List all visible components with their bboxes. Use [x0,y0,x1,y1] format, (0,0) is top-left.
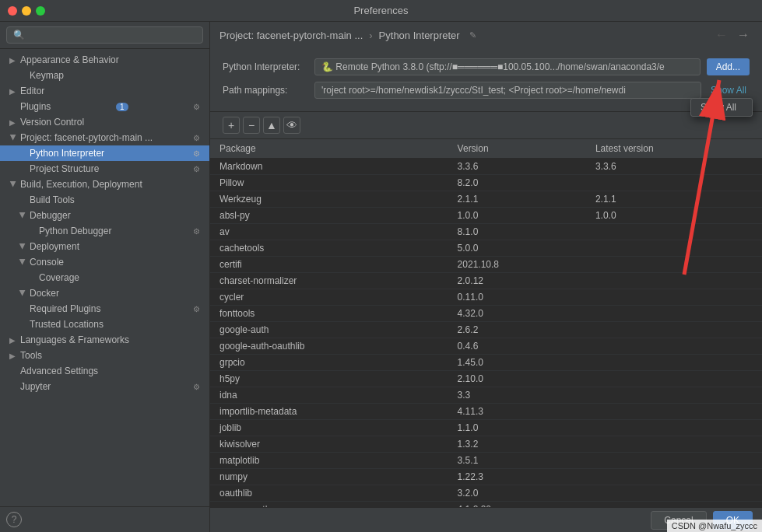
sidebar-item-jupyter[interactable]: Jupyter ⚙ [0,379,209,394]
sidebar-item-trusted-locations[interactable]: Trusted Locations [0,317,209,332]
show-all-button[interactable]: Show All [708,83,750,97]
minus-icon: − [248,119,255,131]
sidebar-item-keymap[interactable]: Keymap [0,68,209,83]
package-version: 3.3.6 [448,159,586,175]
table-row[interactable]: cachetools 5.0.0 [210,240,762,257]
package-name: grpcio [210,355,448,371]
package-name: av [210,224,448,240]
sidebar-item-label: Coverage [39,272,79,283]
sidebar-item-editor[interactable]: ▶ Editor [0,83,209,99]
sidebar-item-project-structure[interactable]: Project Structure ⚙ [0,161,209,177]
interpreter-value[interactable]: 🐍 Remote Python 3.8.0 (sftp://■══════■10… [314,58,701,75]
col-latest: Latest version [586,139,762,159]
add-interpreter-button[interactable]: Add... [707,58,750,75]
package-latest [586,224,762,240]
add-package-button[interactable]: + [223,117,240,134]
sidebar-item-python-debugger[interactable]: Python Debugger ⚙ [0,223,209,239]
sidebar-item-debugger[interactable]: ▶ Debugger [0,208,209,223]
table-row[interactable]: google-auth-oauthlib 0.4.6 [210,338,762,355]
table-row[interactable]: h5py 2.10.0 [210,371,762,387]
table-row[interactable]: Markdown 3.3.6 3.3.6 [210,159,762,175]
minimize-button[interactable] [22,6,31,16]
maximize-button[interactable] [36,6,45,16]
content-wrapper: Project: facenet-pytorch-main ... › Pyth… [210,22,762,532]
title-bar: Preferences [0,0,762,22]
table-row[interactable]: google-auth 2.6.2 [210,322,762,338]
popup-menu: Show All [690,98,753,117]
popup-show-all[interactable]: Show All [691,99,752,116]
table-row[interactable]: certifi 2021.10.8 [210,257,762,273]
help-button[interactable]: ? [6,512,22,527]
sidebar-item-languages[interactable]: ▶ Languages & Frameworks [0,332,209,348]
package-name: oauthlib [210,485,448,502]
sidebar-item-label: Build, Execution, Deployment [20,179,142,190]
table-row[interactable]: grpcio 1.45.0 [210,355,762,371]
sidebar-item-deployment[interactable]: ▶ Deployment [0,239,209,254]
table-row[interactable]: Pillow 8.2.0 [210,175,762,191]
package-name: Markdown [210,159,448,175]
package-latest [586,257,762,273]
package-latest [586,453,762,469]
remove-package-button[interactable]: − [243,117,260,134]
table-row[interactable]: idna 3.3 [210,387,762,404]
upgrade-icon: ▲ [266,119,277,131]
sidebar-item-build-execution[interactable]: ▶ Build, Execution, Deployment [0,177,209,192]
sidebar-item-project[interactable]: ▶ Project: facenet-pytorch-main ... ⚙ [0,130,209,145]
sidebar-item-tools[interactable]: ▶ Tools [0,348,209,363]
table-row[interactable]: charset-normalizer 2.0.12 [210,273,762,289]
sidebar-item-appearance[interactable]: ▶ Appearance & Behavior [0,52,209,68]
package-latest [586,240,762,257]
sidebar-item-label: Build Tools [30,194,75,205]
package-name: Werkzeug [210,191,448,208]
package-latest [586,436,762,453]
package-version: 0.4.6 [448,338,586,355]
path-mappings-value[interactable]: 'roject root>=/home/newdisk1/zyccc/StI_t… [314,82,701,99]
sidebar-item-advanced-settings[interactable]: Advanced Settings [0,363,209,379]
back-button[interactable]: ← [712,28,731,42]
forward-button[interactable]: → [734,28,753,42]
table-row[interactable]: cycler 0.11.0 [210,289,762,306]
close-button[interactable] [8,6,17,16]
breadcrumb-parent: Project: facenet-pytorch-main ... [219,30,363,41]
sidebar-item-docker[interactable]: ▶ Docker [0,285,209,301]
sidebar-item-build-tools[interactable]: Build Tools [0,192,209,208]
sidebar-item-required-plugins[interactable]: Required Plugins ⚙ [0,301,209,317]
sidebar-item-label: Docker [30,288,59,299]
chevron-icon: ▶ [9,336,17,345]
table-row[interactable]: fonttools 4.32.0 [210,306,762,322]
table-row[interactable]: importlib-metadata 4.11.3 [210,404,762,420]
settings-icon: ⚙ [193,103,200,111]
package-latest [586,420,762,436]
sidebar-item-python-interpreter[interactable]: Python Interpreter ⚙ [0,145,209,161]
upgrade-package-button[interactable]: ▲ [263,117,280,134]
show-details-button[interactable]: 👁 [283,117,300,134]
eye-icon: 👁 [286,119,297,131]
table-row[interactable]: numpy 1.22.3 [210,469,762,485]
sidebar-item-version-control[interactable]: ▶ Version Control [0,114,209,130]
table-row[interactable]: oauthlib 3.2.0 [210,485,762,502]
search-input[interactable] [6,26,203,44]
chevron-icon: ▶ [9,134,18,142]
table-row[interactable]: kiwisolver 1.3.2 [210,436,762,453]
package-latest [586,175,762,191]
packages-table[interactable]: Package Version Latest version Markdown … [210,139,762,507]
package-latest [586,485,762,502]
sidebar-item-label: Jupyter [20,381,51,392]
table-row[interactable]: Werkzeug 2.1.1 2.1.1 [210,191,762,208]
chevron-icon: ▶ [9,87,17,96]
table-row[interactable]: absl-py 1.0.0 1.0.0 [210,208,762,224]
sidebar-item-label: Project Structure [30,163,99,174]
watermark: CSDN @Nwafu_zyccc [667,520,762,532]
sidebar-item-plugins[interactable]: Plugins 1 ⚙ [0,99,209,114]
package-name: Pillow [210,175,448,191]
interpreter-row: Python Interpreter: 🐍 Remote Python 3.8.… [223,58,750,75]
sidebar-item-console[interactable]: ▶ Console [0,254,209,270]
package-version: 2.1.1 [448,191,586,208]
package-latest [586,273,762,289]
table-row[interactable]: opencv-python 4.1.2.30 [210,502,762,508]
table-row[interactable]: matplotlib 3.5.1 [210,453,762,469]
sidebar-item-coverage[interactable]: Coverage [0,270,209,285]
table-row[interactable]: av 8.1.0 [210,224,762,240]
package-latest [586,387,762,404]
table-row[interactable]: joblib 1.1.0 [210,420,762,436]
